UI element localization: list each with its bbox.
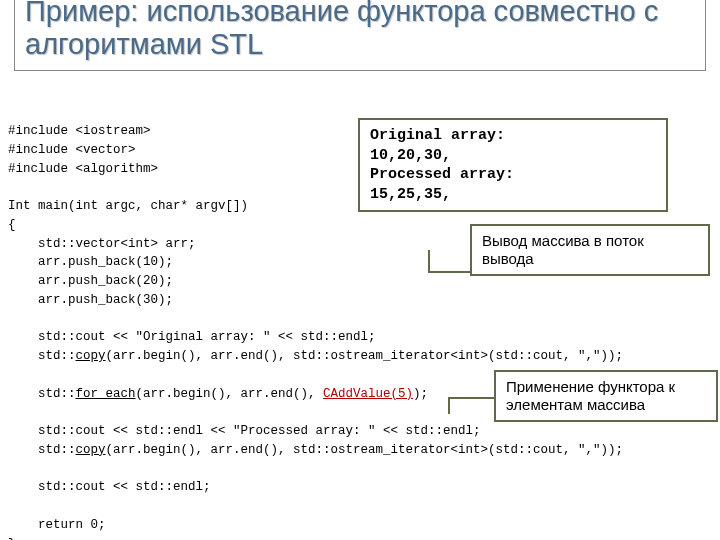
output-box: Original array: 10,20,30, Processed arra…: [358, 118, 668, 212]
output-line: Processed array:: [370, 165, 656, 185]
callout-functor-apply: Применение функтора к элементам массива: [494, 370, 718, 422]
code-line: arr.push_back(30);: [8, 293, 173, 307]
callout-output-stream: Вывод массива в поток вывода: [470, 224, 710, 276]
code-indent: std::: [8, 387, 76, 401]
title-container: Пример: использование функтора совместно…: [14, 0, 706, 71]
code-line: std::cout << std::endl << "Processed arr…: [8, 424, 481, 438]
code-line: std::cout << "Original array: " << std::…: [8, 330, 376, 344]
code-tail: (arr.begin(), arr.end(), std::ostream_it…: [106, 443, 624, 457]
code-tail: );: [413, 387, 428, 401]
for-each-call: for_each: [76, 387, 136, 401]
code-line: #include <algorithm>: [8, 162, 158, 176]
code-line: arr.push_back(20);: [8, 274, 173, 288]
code-line: std::vector<int> arr;: [8, 237, 196, 251]
slide-title: Пример: использование функтора совместно…: [25, 0, 695, 62]
code-line: {: [8, 218, 16, 232]
code-line: }: [8, 537, 16, 541]
slide: Пример: использование функтора совместно…: [0, 0, 720, 540]
output-line: 10,20,30,: [370, 146, 656, 166]
code-line: #include <vector>: [8, 143, 136, 157]
functor-call: CAddValue(5): [323, 387, 413, 401]
code-line: Int main(int argc, char* argv[]): [8, 199, 248, 213]
code-line: std::cout << std::endl;: [8, 480, 211, 494]
output-line: Original array:: [370, 126, 656, 146]
output-line: 15,25,35,: [370, 185, 656, 205]
code-tail: (arr.begin(), arr.end(), std::ostream_it…: [106, 349, 624, 363]
code-line: arr.push_back(10);: [8, 255, 173, 269]
code-indent: std::: [8, 349, 76, 363]
code-mid: (arr.begin(), arr.end(),: [136, 387, 324, 401]
copy-call: copy: [76, 349, 106, 363]
code-line: #include <iostream>: [8, 124, 151, 138]
copy-call: copy: [76, 443, 106, 457]
code-indent: std::: [8, 443, 76, 457]
code-line: return 0;: [8, 518, 106, 532]
